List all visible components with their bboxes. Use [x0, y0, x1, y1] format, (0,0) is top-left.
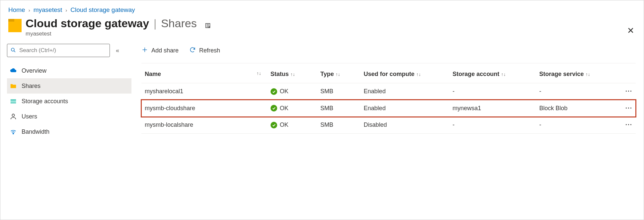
sidebar-item-bandwidth[interactable]: Bandwidth [7, 124, 131, 139]
refresh-button[interactable]: Refresh [189, 46, 220, 55]
th-label: Storage service [539, 71, 584, 77]
pin-icon[interactable] [204, 22, 211, 31]
cell-type: SMB [317, 83, 361, 100]
search-icon [10, 47, 16, 54]
close-icon[interactable]: ✕ [627, 26, 634, 36]
th-label: Name [145, 71, 161, 77]
title-separator: | [150, 17, 160, 30]
chevron-right-icon: › [29, 7, 30, 13]
status-ok-icon [271, 88, 277, 95]
sidebar-item-storage-accounts[interactable]: Storage accounts [7, 94, 131, 109]
svg-point-1 [208, 26, 210, 28]
cell-compute: Disabled [361, 117, 449, 134]
search-input[interactable] [7, 44, 110, 57]
th-label: Used for compute [364, 71, 415, 77]
sidebar-item-label: Storage accounts [22, 98, 68, 105]
cell-storage-account: mynewsa1 [449, 100, 536, 117]
svg-rect-4 [11, 100, 16, 101]
column-header-storage-account[interactable]: Storage account ↑↓ [449, 64, 536, 83]
status-ok-icon [271, 122, 277, 128]
sidebar-item-users[interactable]: Users [7, 109, 131, 124]
svg-line-3 [14, 51, 15, 52]
cell-name: mysmb-localshare [141, 117, 267, 134]
cell-name: mysharelocal1 [141, 83, 267, 100]
svg-rect-5 [11, 101, 16, 102]
breadcrumb-resource[interactable]: myasetest [34, 6, 62, 14]
cell-storage-service: Block Blob [536, 100, 612, 117]
column-header-name[interactable]: Name ↑↓ [141, 64, 267, 83]
button-label: Refresh [199, 47, 220, 54]
svg-point-2 [11, 48, 14, 51]
status-ok-icon [271, 105, 277, 111]
sidebar-item-label: Shares [22, 83, 40, 90]
cell-status: OK [267, 100, 317, 117]
table-row[interactable]: mysmb-cloudshare OK SMB Enabled mynewsa1… [141, 100, 636, 117]
column-header-storage-service[interactable]: Storage service ↑↓ [536, 64, 612, 83]
storage-icon [10, 98, 17, 105]
sidebar-item-label: Overview [22, 67, 46, 74]
sidebar-item-label: Users [22, 113, 37, 120]
cell-type: SMB [317, 117, 361, 134]
folder-icon [10, 82, 17, 90]
table-row[interactable]: mysharelocal1 OK SMB Enabled - - ··· [141, 83, 636, 100]
sidebar-item-label: Bandwidth [22, 128, 49, 135]
cell-status: OK [267, 117, 317, 134]
user-icon [10, 113, 17, 120]
sort-icon: ↑↓ [501, 72, 506, 77]
cell-compute: Enabled [361, 100, 449, 117]
sort-icon: ↑↓ [290, 72, 295, 77]
cell-type: SMB [317, 100, 361, 117]
th-label: Status [271, 71, 289, 77]
plus-icon [141, 46, 148, 55]
cell-storage-service: - [536, 83, 612, 100]
breadcrumb-home[interactable]: Home [8, 6, 25, 14]
divider [141, 63, 636, 63]
sort-icon: ↑↓ [257, 71, 261, 76]
wifi-icon [10, 128, 17, 135]
breadcrumb-current[interactable]: Cloud storage gateway [70, 6, 135, 14]
column-header-compute[interactable]: Used for compute ↑↓ [361, 64, 449, 83]
sidebar-item-shares[interactable]: Shares [7, 78, 131, 94]
row-actions-button[interactable]: ··· [612, 83, 636, 100]
cell-storage-account: - [449, 117, 536, 134]
th-label: Type [320, 71, 334, 77]
cell-compute: Enabled [361, 83, 449, 100]
add-share-button[interactable]: Add share [141, 46, 179, 55]
sidebar-item-overview[interactable]: Overview [7, 63, 131, 78]
collapse-icon[interactable]: « [116, 47, 119, 54]
search-field[interactable] [7, 44, 110, 57]
table-row[interactable]: mysmb-localshare OK SMB Disabled - - ··· [141, 117, 636, 134]
page-section: Shares [161, 17, 197, 30]
page-subtitle: myasetest [26, 31, 197, 37]
row-actions-button[interactable]: ··· [612, 117, 636, 134]
cell-status: OK [267, 83, 317, 100]
column-header-type[interactable]: Type ↑↓ [317, 64, 361, 83]
row-actions-button[interactable]: ··· [612, 100, 636, 117]
button-label: Add share [151, 47, 179, 54]
breadcrumb: Home › myasetest › Cloud storage gateway [0, 0, 644, 17]
cell-storage-account: - [449, 83, 536, 100]
th-label: Storage account [452, 71, 499, 77]
cloud-icon [10, 67, 17, 74]
column-header-status[interactable]: Status ↑↓ [267, 64, 317, 83]
refresh-icon [189, 46, 196, 55]
cell-storage-service: - [536, 117, 612, 134]
sort-icon: ↑↓ [336, 72, 340, 77]
folder-icon [8, 19, 22, 32]
svg-point-7 [12, 114, 14, 116]
svg-point-8 [13, 133, 14, 134]
page-title: Cloud storage gateway [26, 17, 149, 30]
svg-rect-6 [11, 103, 16, 104]
sort-icon: ↑↓ [416, 72, 421, 77]
chevron-right-icon: › [65, 7, 67, 13]
cell-name: mysmb-cloudshare [141, 100, 267, 117]
sort-icon: ↑↓ [586, 72, 590, 77]
